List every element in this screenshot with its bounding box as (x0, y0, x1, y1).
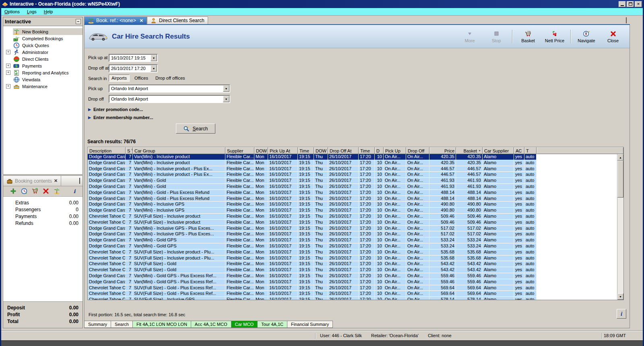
scrollbar-track[interactable] (617, 161, 623, 293)
result-row[interactable]: Chevrolet Tahoe Or ...7SUV(Full Size) - … (88, 261, 623, 267)
close-button[interactable]: Close (601, 29, 625, 44)
tree-expand-icon[interactable]: + (6, 84, 10, 89)
delete-button[interactable] (43, 188, 49, 195)
booking-row-payments[interactable]: Payments0.00 (3, 213, 83, 220)
section-tab-flt-4a-1c-lon-mco-lon[interactable]: Flt 4A,1C LON MCO LON (132, 321, 191, 328)
sidebar-item-payments[interactable]: +$Payments (3, 62, 83, 69)
doc-tab-book-ref-none-[interactable]: Book. ref.: <none>✕ (84, 16, 147, 24)
membership-number-expander[interactable]: ▶ Enter membership number... (88, 115, 153, 120)
result-row[interactable]: Chevrolet Tahoe Or ...7SUV(Full Size) - … (88, 291, 623, 297)
result-row[interactable]: Chevrolet Tahoe Or ...7SUV(Full Size) - … (88, 297, 623, 300)
pickup-dropdown-icon[interactable]: ▼ (223, 85, 229, 92)
section-tab-financial-summary[interactable]: Financial Summary (287, 321, 333, 328)
result-row[interactable]: Dodge Grand Carava...7Van(Mini) - Inclus… (88, 172, 623, 178)
collapse-panel-button[interactable]: − (76, 19, 81, 24)
column-header-basket[interactable]: Basket▼ (456, 147, 483, 154)
result-row[interactable]: Dodge Grand Carava...7Van(Mini) - Inclus… (88, 202, 623, 208)
column-header-dow[interactable]: DOW (314, 147, 328, 154)
column-header-price[interactable]: Price (429, 147, 456, 154)
search-in-airports[interactable]: Airports (109, 74, 130, 82)
column-header-s[interactable]: S (126, 147, 133, 154)
section-tab-acc-4a-1c-mco[interactable]: Acc 4A,1C MCO (191, 321, 231, 328)
pickup-combo[interactable]: Orlando Intl Airport ▼ (109, 84, 230, 93)
column-header-pick-up-at[interactable]: Pick Up At (268, 147, 298, 154)
basket-button[interactable]: Basket (516, 29, 541, 44)
tree-expand-icon[interactable]: + (6, 70, 10, 75)
result-row[interactable]: Chevrolet Tahoe Or ...7SUV(Full Size) - … (88, 285, 623, 291)
sidebar-item-viewdata[interactable]: Viewdata (3, 76, 83, 83)
info-button[interactable]: i (617, 309, 626, 319)
column-header-supplier[interactable]: Supplier (225, 147, 254, 154)
dropoff-at-combo[interactable]: 26/10/2017 17:20 ▼ (109, 64, 158, 72)
booking-row-passengers[interactable]: Passengers0 (3, 206, 83, 213)
booking-row-extras[interactable]: Extras0.00 (3, 199, 83, 206)
tabgroup-maximize-button[interactable] (626, 18, 627, 23)
sidebar-item-quick-quotes[interactable]: Quick Quotes (3, 42, 83, 49)
column-header-time[interactable]: Time (359, 147, 375, 154)
promotion-code-expander[interactable]: ▶ Enter promotion code... (88, 107, 143, 112)
result-row[interactable]: Dodge Grand Carava...7Van(Mini) - Inclus… (88, 226, 623, 232)
sidebar-item-reporting-and-analytics[interactable]: +Reporting and Analytics (3, 69, 83, 76)
maximize-button[interactable] (627, 1, 634, 7)
island-button[interactable] (54, 188, 60, 195)
result-row[interactable]: Chevrolet Tahoe Or ...7SUV(Full Size) - … (88, 214, 623, 220)
vertical-scrollbar[interactable]: ▲ ▼ (617, 154, 623, 300)
column-header-ac[interactable]: AC (514, 147, 524, 154)
navigate-button[interactable]: Navigate (574, 29, 599, 44)
close-booking-panel-icon[interactable]: ✕ (54, 178, 58, 183)
scroll-down-icon[interactable]: ▼ (617, 293, 623, 300)
tree-expand-icon[interactable]: + (6, 64, 10, 68)
dropoff-dropdown-icon[interactable]: ▼ (223, 96, 229, 102)
result-row[interactable]: Dodge Grand Carava...7Van(Mini) - GoldFl… (88, 184, 623, 190)
section-tab-search[interactable]: Search (111, 321, 133, 328)
nett-price-button[interactable]: Nett Price (542, 29, 567, 44)
result-row[interactable]: Dodge Grand Carava...7Van(Mini) - Gold G… (88, 279, 623, 285)
sidebar-item-new-booking[interactable]: New Booking (3, 28, 83, 35)
sidebar-item-completed-bookings[interactable]: Completed Bookings (3, 35, 83, 42)
booking-row-refunds[interactable]: Refunds0.00 (3, 220, 83, 227)
scrollbar-thumb[interactable] (617, 161, 623, 198)
search-button[interactable]: Search (176, 124, 215, 134)
minimize-button[interactable] (619, 1, 626, 7)
sidebar-item-maintenance[interactable]: +Maintenance (3, 83, 83, 90)
sidebar-item-administrator[interactable]: +Administrator (3, 49, 83, 56)
close-tab-icon[interactable]: ✕ (140, 18, 143, 23)
column-header-drop-off-at[interactable]: Drop Off At (328, 147, 359, 154)
result-row[interactable]: Dodge Grand Carava...7Van(Mini) - GoldFl… (88, 178, 623, 184)
column-header-d[interactable]: D (375, 147, 384, 154)
result-row[interactable]: Dodge Grand Carava...7Van(Mini) - Gold -… (88, 190, 623, 196)
result-row[interactable]: Dodge Grand Carava...7Van(Mini) - Inclus… (88, 231, 623, 237)
result-row[interactable]: Dodge Grand Carava...7Van(Mini) - Inclus… (88, 208, 623, 214)
result-row[interactable]: Chevrolet Tahoe Or ...7SUV(Full Size) - … (88, 249, 623, 255)
tree-expand-icon[interactable]: + (6, 50, 10, 54)
info-button[interactable]: i (71, 188, 78, 195)
menu-logs[interactable]: Logs (27, 9, 37, 14)
booking-contents-tab[interactable]: Booking contents ✕ (3, 176, 61, 186)
result-row[interactable]: Chevrolet Tahoe Or ...7SUV(Full Size) - … (88, 220, 623, 226)
section-tab-car-mco[interactable]: Car MCO (231, 321, 258, 328)
result-row[interactable]: Dodge Grand Carava...7Van(Mini) - Inclus… (88, 166, 623, 172)
pickup-at-dropdown-icon[interactable]: ▼ (151, 55, 157, 61)
result-row[interactable]: Dodge Grand Carava...7Van(Mini) - Gold -… (88, 196, 623, 202)
dropoff-at-dropdown-icon[interactable]: ▼ (151, 65, 157, 72)
sidebar-item-direct-clients[interactable]: Direct Clients (3, 56, 83, 62)
column-header-car-group[interactable]: Car Group (133, 147, 225, 154)
column-header-drop-off[interactable]: Drop Off (406, 147, 429, 154)
quote-clock-button[interactable] (21, 188, 27, 195)
result-row[interactable]: Dodge Grand Carava...7Van(Mini) - Inclus… (88, 154, 623, 160)
result-row[interactable]: Chevrolet Tahoe Or ...7SUV(Full Size) - … (88, 255, 623, 262)
column-header-time[interactable]: Time (298, 147, 314, 154)
column-header-pick-up[interactable]: Pick Up (384, 147, 406, 154)
section-tab-tour-4a-1c[interactable]: Tour 4A,1C (257, 321, 287, 328)
search-in-offices[interactable]: Offices (132, 75, 151, 81)
scroll-up-icon[interactable]: ▲ (617, 154, 623, 161)
doc-tab-direct-clients-search[interactable]: Direct Clients Search (147, 16, 208, 24)
cart-button[interactable] (32, 188, 38, 195)
booking-panel-maximize-button[interactable] (79, 179, 80, 183)
section-tab-summary[interactable]: Summary (84, 321, 111, 328)
pickup-at-combo[interactable]: 16/10/2017 19:15 ▼ (109, 54, 158, 62)
dropoff-combo[interactable]: Orlando Intl Airport ▼ (109, 95, 230, 103)
result-row[interactable]: Dodge Grand Carava...7Van(Mini) - Gold G… (88, 237, 623, 243)
close-window-button[interactable]: ✕ (635, 1, 642, 7)
result-row[interactable]: Dodge Grand Carava...7Van(Mini) - Gold G… (88, 273, 623, 279)
